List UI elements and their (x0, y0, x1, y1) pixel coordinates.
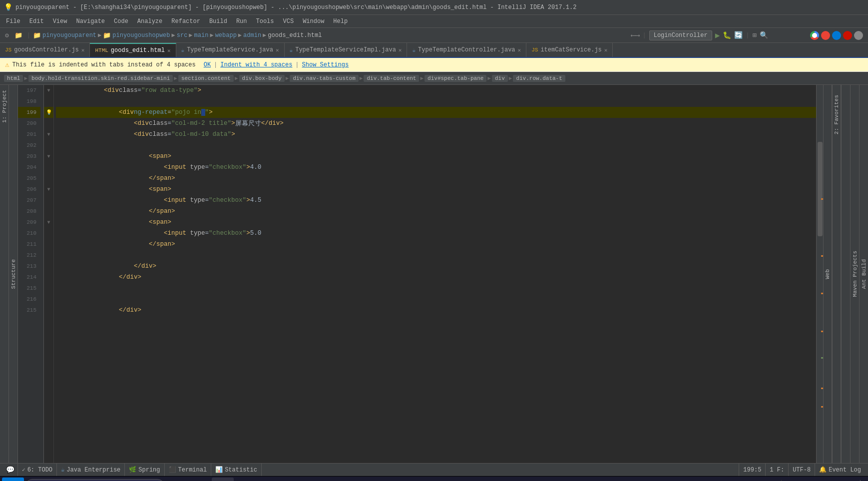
run-config-dropdown[interactable]: LoginController (649, 30, 712, 40)
taskbar-app-3[interactable]: 💡 (212, 478, 234, 481)
breadcrumb-module[interactable]: pinyougoushopweb (112, 32, 170, 39)
breadcrumb-webapp[interactable]: webapp (215, 32, 237, 39)
project-label[interactable]: 1: Project (1, 90, 7, 123)
status-position[interactable]: 199:5 (739, 464, 765, 476)
maven-label[interactable]: Maven Projects (852, 251, 858, 297)
menu-analyze[interactable]: Analyze (133, 17, 166, 26)
fold-200[interactable] (44, 118, 53, 129)
notif-settings[interactable]: Show Settings (302, 61, 349, 68)
tab-close-2[interactable]: ✕ (167, 47, 171, 54)
taskbar-search[interactable]: 🔍 在这里输入你要搜索的内容 🎤 (25, 479, 165, 481)
breadcrumb-admin[interactable]: admin (243, 32, 261, 39)
taskbar-app-11[interactable]: 📁 (396, 478, 418, 481)
path-nav-tabs[interactable]: div.nav-tabs-custom (290, 75, 358, 82)
menu-build[interactable]: Build (205, 17, 231, 26)
fold-209[interactable]: ▼ (44, 217, 53, 228)
favorites-sidebar[interactable]: 2: Favorites (832, 85, 841, 463)
path-body[interactable]: body.hold-transition.skin-red.sidebar-mi… (28, 75, 173, 82)
firefox-icon[interactable] (821, 31, 830, 40)
grid-view-btn[interactable]: ⊞ (753, 31, 757, 39)
notif-ok[interactable]: OK (204, 61, 211, 68)
web-sidebar[interactable]: Web (823, 85, 832, 463)
menu-run[interactable]: Run (232, 17, 251, 26)
notif-indent[interactable]: Indent with 4 spaces (220, 61, 292, 68)
run-button[interactable]: ▶ (715, 30, 720, 40)
status-spring[interactable]: 🌿 Spring (125, 464, 164, 476)
database-sidebar[interactable] (841, 85, 850, 463)
path-row-data[interactable]: div.row.data-t (513, 75, 565, 82)
menu-edit[interactable]: Edit (25, 17, 48, 26)
path-div-box[interactable]: div.box-body (239, 75, 285, 82)
web-label[interactable]: Web (825, 269, 831, 279)
start-button[interactable]: ⊞ (2, 478, 24, 481)
status-event-log[interactable]: 🔔 Event Log (815, 464, 865, 476)
tab-typetemplate-controller[interactable]: ☕ TypeTemplateController.java ✕ (407, 43, 526, 57)
taskbar-app-9[interactable]: 🎨 (350, 478, 372, 481)
opera-icon[interactable] (843, 31, 852, 40)
tab-close-5[interactable]: ✕ (518, 47, 521, 53)
search-btn[interactable]: 🔍 (760, 31, 768, 39)
code-editor[interactable]: <div class = "row data-type" > (54, 85, 816, 463)
menu-code[interactable]: Code (110, 17, 132, 26)
status-java-enterprise[interactable]: ☕ Java Enterprise (57, 464, 125, 476)
toolbar-icon-2[interactable]: 📁 (12, 30, 24, 40)
maven-sidebar[interactable]: Maven Projects (850, 85, 859, 463)
breadcrumb-file[interactable]: goods_edit.html (268, 32, 322, 39)
breadcrumb-src[interactable]: src (177, 32, 188, 39)
fold-203[interactable]: ▼ (44, 151, 53, 162)
path-spec-pane[interactable]: div#spec.tab-pane (425, 75, 486, 82)
tab-typetemplate-impl[interactable]: ☕ TypeTemplateServiceImpl.java ✕ (285, 43, 408, 57)
breadcrumb-project[interactable]: pinyougouparent (42, 32, 96, 39)
coverage-button[interactable]: 🔄 (734, 31, 743, 39)
path-tab-content[interactable]: div.tab-content (364, 75, 419, 82)
menu-refactor[interactable]: Refactor (167, 17, 204, 26)
nav-arrows[interactable]: ⟵⟶ (631, 31, 640, 39)
favorites-label[interactable]: 2: Favorites (834, 95, 840, 134)
fold-206[interactable]: ▼ (44, 184, 53, 195)
tab-close-4[interactable]: ✕ (399, 47, 402, 53)
taskbar-app-2[interactable]: 🌐 (189, 478, 211, 481)
taskbar-app-8[interactable]: 📜 (327, 478, 349, 481)
taskbar-app-7[interactable]: 📊 (304, 478, 326, 481)
mini-map-scrollbar[interactable] (816, 85, 823, 463)
project-sidebar[interactable]: 1: Project (0, 85, 9, 463)
status-statistic[interactable]: 📊 Statistic (211, 464, 262, 476)
menu-help[interactable]: Help (329, 17, 352, 26)
fold-201[interactable]: ▼ (44, 129, 53, 140)
menu-view[interactable]: View (49, 17, 71, 26)
edge-icon[interactable] (832, 31, 841, 40)
debug-button[interactable]: 🐛 (723, 31, 731, 39)
toolbar-icon-1[interactable]: ⚙ (3, 30, 11, 40)
path-div[interactable]: div (492, 75, 508, 82)
scrollbar-thumb[interactable] (818, 142, 823, 236)
generic-browser-icon[interactable] (854, 31, 863, 40)
tab-close-3[interactable]: ✕ (276, 47, 279, 53)
tab-typetemplate-service[interactable]: ☕ TypeTemplateService.java ✕ (176, 43, 285, 57)
taskbar-app-10[interactable]: 🔧 (373, 478, 395, 481)
tab-goodscontroller[interactable]: JS goodsController.js ✕ (0, 43, 90, 57)
tab-close-1[interactable]: ✕ (81, 47, 85, 53)
status-terminal[interactable]: ⬛ Terminal (165, 464, 212, 476)
breadcrumb-main[interactable]: main (194, 32, 209, 39)
tab-itemcat-service[interactable]: JS itemCatService.js ✕ (526, 43, 613, 57)
path-html[interactable]: html (4, 75, 23, 82)
tab-goods-edit[interactable]: HTML goods_edit.html ✕ (90, 43, 176, 57)
status-todo[interactable]: ✓ 6: TODO (18, 464, 57, 476)
menu-vcs[interactable]: VCS (279, 17, 298, 26)
tab-close-6[interactable]: ✕ (604, 47, 608, 53)
status-encoding[interactable]: UTF-8 (788, 464, 815, 476)
taskbar-app-1[interactable]: 💻 (166, 478, 188, 481)
status-column[interactable]: 1 F: (765, 464, 788, 476)
ant-label[interactable]: Ant Build (861, 259, 867, 289)
chrome-icon[interactable] (810, 31, 819, 40)
structure-sidebar[interactable]: Structure (9, 85, 18, 463)
taskbar-app-6[interactable]: 💬 (281, 478, 303, 481)
menu-file[interactable]: File (2, 17, 24, 26)
structure-label[interactable]: Structure (10, 259, 16, 289)
menu-tools[interactable]: Tools (252, 17, 278, 26)
status-messages-icon[interactable]: 💬 (3, 464, 18, 476)
menu-window[interactable]: Window (299, 17, 328, 26)
taskbar-app-5[interactable]: 🎯 (258, 478, 280, 481)
menu-navigate[interactable]: Navigate (72, 17, 109, 26)
ant-sidebar[interactable]: Ant Build (859, 85, 868, 463)
